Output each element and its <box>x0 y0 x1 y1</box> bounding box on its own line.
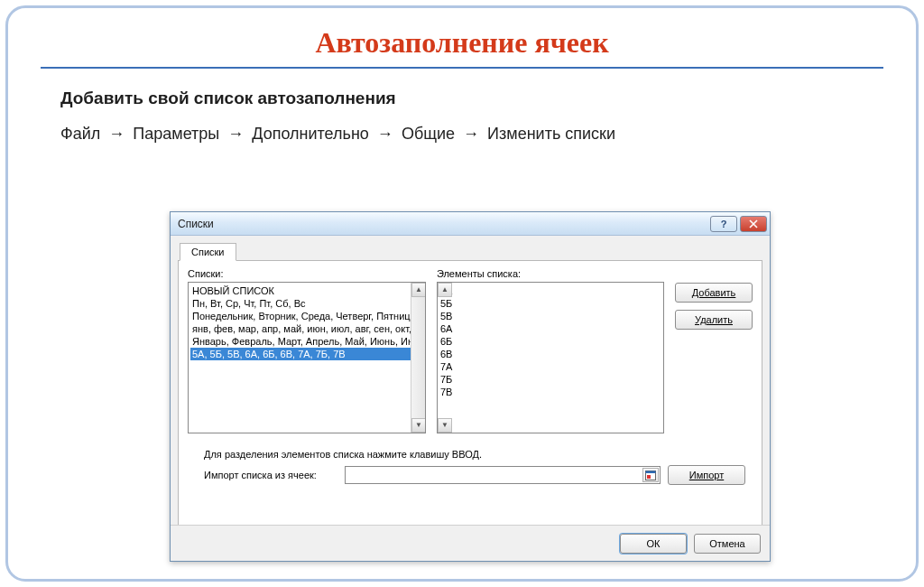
slide-frame: Автозаполнение ячеек Добавить свой списо… <box>5 5 919 582</box>
dialog-caption: Списки <box>178 218 214 230</box>
lists-dialog: Списки ? Списки Списки: НОВЫЙ СПИС <box>170 211 771 562</box>
element-line: 6Б <box>440 335 649 348</box>
arrow-icon: → <box>105 125 128 143</box>
element-line: 5В <box>440 310 649 322</box>
dialog-body: Списки Списки: НОВЫЙ СПИСОКПн, Вт, Ср, Ч… <box>171 236 770 525</box>
title-underline <box>41 67 883 69</box>
import-button[interactable]: Импорт <box>668 465 745 485</box>
panel: Списки: НОВЫЙ СПИСОКПн, Вт, Ср, Чт, Пт, … <box>178 261 762 541</box>
element-line: 7Б <box>440 373 649 386</box>
tab-strip: Списки <box>178 241 762 261</box>
hint-text: Для разделения элементов списка нажмите … <box>204 449 482 460</box>
slide-subtitle: Добавить свой список автозаполнения <box>60 89 916 108</box>
element-line: 7А <box>440 360 649 373</box>
scroll-down-icon[interactable]: ▼ <box>438 418 452 433</box>
scrollbar[interactable]: ▲ ▼ <box>411 283 425 433</box>
arrow-icon: → <box>374 125 397 143</box>
scroll-up-icon[interactable]: ▲ <box>411 283 426 297</box>
delete-button[interactable]: Удалить <box>675 310 753 330</box>
import-range-input[interactable] <box>345 466 661 484</box>
list-item[interactable]: 5А, 5Б, 5В, 6А, 6Б, 6В, 7А, 7Б, 7В <box>190 348 411 360</box>
list-item[interactable]: янв, фев, мар, апр, май, июн, июл, авг, … <box>190 322 411 335</box>
add-button[interactable]: Добавить <box>675 283 753 303</box>
breadcrumb-item: Общие <box>402 125 455 143</box>
import-label: Импорт списка из ячеек: <box>204 470 337 480</box>
scroll-up-icon[interactable]: ▲ <box>438 283 452 297</box>
breadcrumb: Файл → Параметры → Дополнительно → Общие… <box>60 125 916 144</box>
breadcrumb-item: Параметры <box>133 125 219 143</box>
help-button[interactable]: ? <box>710 216 737 232</box>
cancel-button[interactable]: Отмена <box>694 534 761 554</box>
svg-rect-3 <box>646 471 656 473</box>
element-line: 5Б <box>440 297 649 310</box>
slide-title: Автозаполнение ячеек <box>8 26 916 60</box>
range-picker-button[interactable] <box>642 468 659 482</box>
arrow-icon: → <box>459 125 483 143</box>
elements-textarea[interactable]: 5А5Б5В6А6Б6В7А7Б7В ▲ ▼ <box>437 282 664 433</box>
import-row: Импорт списка из ячеек: Импорт <box>204 465 753 485</box>
close-icon <box>749 219 758 228</box>
element-line: 7В <box>440 386 649 398</box>
close-button[interactable] <box>740 216 767 232</box>
range-picker-icon <box>645 471 656 480</box>
svg-rect-4 <box>647 475 651 479</box>
element-line: 6А <box>440 322 649 335</box>
breadcrumb-item: Изменить списки <box>487 125 615 143</box>
list-item[interactable]: Понедельник, Вторник, Среда, Четверг, Пя… <box>190 310 411 322</box>
element-line: 6В <box>440 348 649 360</box>
breadcrumb-item: Дополнительно <box>252 125 369 143</box>
scroll-down-icon[interactable]: ▼ <box>411 418 426 433</box>
lists-listbox[interactable]: НОВЫЙ СПИСОКПн, Вт, Ср, Чт, Пт, Сб, ВсПо… <box>188 282 426 433</box>
elements-label: Элементы списка: <box>437 268 664 279</box>
list-item[interactable]: Январь, Февраль, Март, Апрель, Май, Июнь… <box>190 335 411 348</box>
tab-lists[interactable]: Списки <box>180 243 236 261</box>
lists-label: Списки: <box>188 268 426 279</box>
arrow-icon: → <box>224 125 247 143</box>
breadcrumb-item: Файл <box>60 125 100 143</box>
ok-button[interactable]: ОК <box>620 534 687 554</box>
list-item[interactable]: НОВЫЙ СПИСОК <box>190 284 411 297</box>
list-item[interactable]: Пн, Вт, Ср, Чт, Пт, Сб, Вс <box>190 297 411 310</box>
dialog-footer: ОК Отмена <box>171 525 770 561</box>
dialog-titlebar[interactable]: Списки ? <box>171 212 770 236</box>
element-line: 5А <box>440 284 649 297</box>
